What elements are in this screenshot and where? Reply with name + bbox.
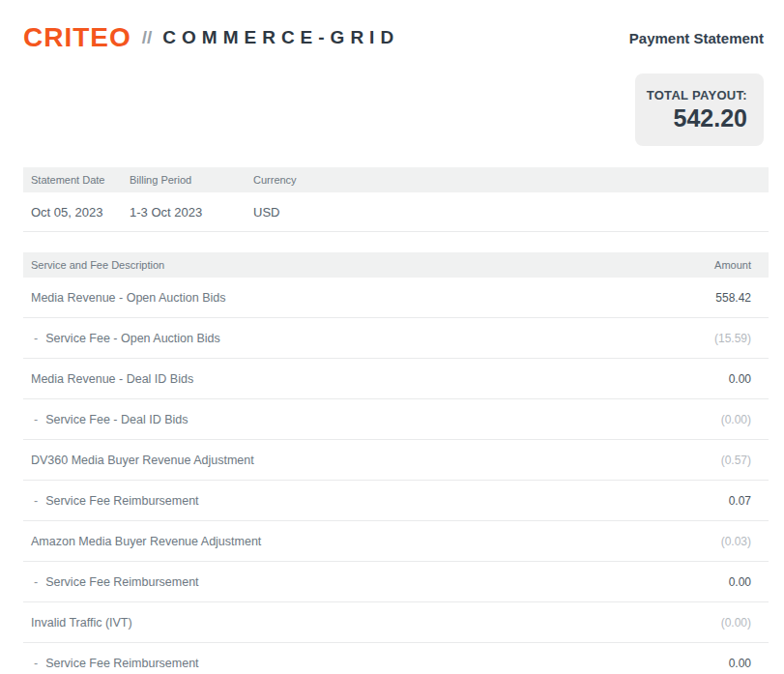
fee-description: - Service Fee Reimbursement bbox=[31, 575, 199, 589]
fee-description: - Service Fee - Deal ID Bids bbox=[31, 413, 188, 426]
fee-amount: (0.00) bbox=[721, 413, 751, 426]
fee-amount: (0.00) bbox=[721, 616, 751, 630]
statement-info-value-row: Oct 05, 2023 1-3 Oct 2023 USD bbox=[23, 192, 769, 232]
criteo-logo: CRITEO bbox=[23, 22, 131, 53]
fee-table-row: - Service Fee Reimbursement 0.00 bbox=[23, 562, 769, 602]
fee-table-row: - Media Revenue - Open Auction Bids 558.… bbox=[23, 278, 769, 318]
currency-value: USD bbox=[253, 205, 769, 220]
fee-amount: 0.00 bbox=[729, 575, 751, 589]
logo-separator-slashes: // bbox=[142, 27, 153, 48]
fee-table-row: - DV360 Media Buyer Revenue Adjustment (… bbox=[23, 440, 769, 481]
commerce-grid-wordmark: COMMERCE-GRID bbox=[162, 27, 399, 48]
fee-amount: 558.42 bbox=[715, 291, 751, 305]
fee-description: - Service Fee - Open Auction Bids bbox=[31, 332, 220, 345]
fee-table-row: - Invalid Traffic (IVT) (0.00) bbox=[23, 602, 769, 643]
fees-table-header-row: Service and Fee Description Amount bbox=[23, 252, 769, 278]
fee-amount: 0.07 bbox=[729, 494, 751, 508]
fee-table-row: - Amazon Media Buyer Revenue Adjustment … bbox=[23, 521, 769, 562]
fee-description: - DV360 Media Buyer Revenue Adjustment bbox=[31, 454, 254, 467]
statement-date-value: Oct 05, 2023 bbox=[31, 205, 130, 220]
billing-period-value: 1-3 Oct 2023 bbox=[130, 205, 253, 220]
fee-description: - Amazon Media Buyer Revenue Adjustment bbox=[31, 535, 261, 548]
fee-description: - Media Revenue - Open Auction Bids bbox=[31, 291, 226, 305]
fees-table: Service and Fee Description Amount - Med… bbox=[23, 252, 769, 674]
fee-table-row: - Service Fee - Deal ID Bids (0.00) bbox=[23, 399, 769, 440]
indent-dash-marker: - bbox=[34, 413, 38, 426]
fee-amount: 0.00 bbox=[729, 372, 751, 386]
fee-table-row: - Service Fee Reimbursement 0.00 bbox=[23, 643, 769, 674]
page-title: Payment Statement bbox=[629, 30, 764, 46]
statement-info-header-row: Statement Date Billing Period Currency bbox=[23, 167, 769, 192]
indent-dash-marker: - bbox=[34, 332, 38, 345]
fee-amount: (15.59) bbox=[714, 332, 751, 345]
fee-table-row: - Service Fee - Open Auction Bids (15.59… bbox=[23, 318, 769, 359]
statement-info-table: Statement Date Billing Period Currency O… bbox=[23, 167, 769, 232]
amount-header: Amount bbox=[714, 259, 751, 271]
indent-dash-marker: - bbox=[34, 657, 38, 670]
payout-section: TOTAL PAYOUT: 542.20 bbox=[0, 73, 784, 146]
total-payout-box: TOTAL PAYOUT: 542.20 bbox=[635, 73, 764, 146]
fee-description: - Media Revenue - Deal ID Bids bbox=[31, 372, 193, 386]
fee-amount: 0.00 bbox=[729, 657, 751, 670]
indent-dash-marker: - bbox=[34, 575, 38, 589]
fees-table-body: - Media Revenue - Open Auction Bids 558.… bbox=[23, 278, 769, 674]
indent-dash-marker: - bbox=[34, 494, 38, 508]
currency-header: Currency bbox=[253, 174, 769, 186]
fee-table-row: - Media Revenue - Deal ID Bids 0.00 bbox=[23, 359, 769, 399]
fee-description: - Service Fee Reimbursement bbox=[31, 657, 199, 670]
fee-amount: (0.03) bbox=[721, 535, 751, 548]
payment-statement-page: CRITEO // COMMERCE-GRID Payment Statemen… bbox=[0, 0, 784, 674]
fee-description: - Service Fee Reimbursement bbox=[31, 494, 199, 508]
fee-description: - Invalid Traffic (IVT) bbox=[31, 616, 132, 630]
fee-table-row: - Service Fee Reimbursement 0.07 bbox=[23, 481, 769, 521]
header: CRITEO // COMMERCE-GRID Payment Statemen… bbox=[0, 0, 784, 53]
billing-period-header: Billing Period bbox=[130, 174, 253, 186]
total-payout-value: 542.20 bbox=[635, 104, 747, 132]
statement-date-header: Statement Date bbox=[31, 174, 130, 186]
total-payout-label: TOTAL PAYOUT: bbox=[635, 88, 747, 103]
fee-amount: (0.57) bbox=[721, 454, 751, 467]
service-fee-description-header: Service and Fee Description bbox=[31, 259, 164, 271]
brand-logo: CRITEO // COMMERCE-GRID bbox=[23, 22, 399, 53]
